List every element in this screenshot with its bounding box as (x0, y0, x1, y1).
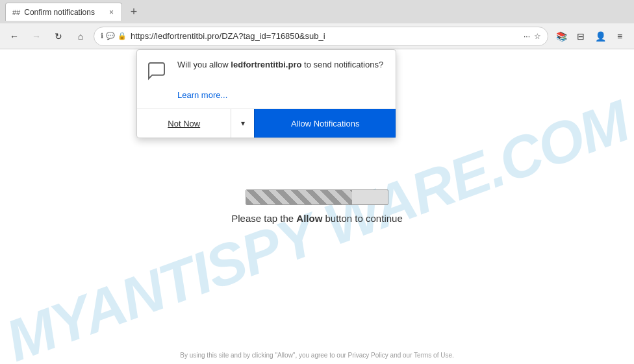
tab-favicon: ## (12, 8, 20, 16)
browser-chrome: ## Confirm notifications × + ← → ↻ ⌂ ℹ 💬… (0, 0, 634, 50)
chat-icon: 💬 (106, 32, 115, 40)
forward-button[interactable]: → (27, 27, 45, 45)
page-instruction: Please tap the Allow button to continue (231, 213, 403, 224)
more-menu-button[interactable]: ≡ (611, 27, 629, 45)
not-now-section: Not Now ▾ (137, 109, 254, 138)
instruction-prefix: Please tap the (231, 213, 296, 224)
popup-learn-more: Learn more... (137, 89, 396, 108)
instruction-suffix: button to continue (322, 213, 402, 224)
lock-icon: 🔒 (118, 32, 127, 40)
reload-button[interactable]: ↻ (49, 27, 68, 45)
learn-more-link[interactable]: Learn more... (177, 90, 227, 100)
progress-bar-fill (246, 190, 353, 204)
nav-bar: ← → ↻ ⌂ ℹ 💬 🔒 https://ledfortrentitbi.pr… (0, 23, 634, 49)
allow-notifications-button[interactable]: Allow Notifications (254, 109, 396, 138)
address-bar-icons: ℹ 💬 🔒 (101, 32, 127, 40)
address-bar[interactable]: ℹ 💬 🔒 https://ledfortrentitbi.pro/DZA?ta… (94, 27, 548, 46)
tab-close-button[interactable]: × (108, 6, 115, 18)
bookmark-icon[interactable]: ☆ (534, 32, 541, 41)
notification-popup: Will you allow ledfortrentitbi.pro to se… (136, 49, 396, 138)
more-icon[interactable]: ··· (524, 32, 530, 41)
popup-domain: ledfortrentitbi.pro (231, 60, 301, 69)
tab-title: Confirm notifications (24, 8, 95, 17)
watermark-text: MYANTISPY WARE.COM (0, 99, 634, 364)
footer-text: By using this site and by clicking "Allo… (180, 352, 454, 359)
info-icon: ℹ (101, 32, 103, 40)
tab-bar: ## Confirm notifications × + (0, 0, 634, 23)
not-now-dropdown-button[interactable]: ▾ (231, 109, 254, 138)
url-text[interactable]: https://ledfortrentitbi.pro/DZA?tag_id=7… (131, 31, 520, 41)
account-button[interactable]: 👤 (591, 27, 609, 45)
watermark: MYANTISPY WARE.COM (0, 99, 634, 364)
new-tab-button[interactable]: + (125, 3, 143, 21)
home-button[interactable]: ⌂ (71, 27, 90, 45)
message-suffix: to send notifications? (301, 60, 383, 69)
not-now-button[interactable]: Not Now (137, 109, 231, 138)
active-tab[interactable]: ## Confirm notifications × (5, 3, 122, 21)
popup-buttons: Not Now ▾ Allow Notifications (137, 108, 396, 138)
message-prefix: Will you allow (177, 60, 231, 69)
progress-bar-wrapper (246, 189, 388, 205)
progress-container: Please tap the Allow button to continue (231, 189, 403, 224)
popup-header: Will you allow ledfortrentitbi.pro to se… (137, 50, 396, 89)
sidebar-button[interactable]: ⊟ (572, 27, 590, 45)
page-footer: By using this site and by clicking "Allo… (0, 352, 634, 359)
nav-right-buttons: 📚 ⊟ 👤 ≡ (552, 27, 629, 45)
instruction-bold: Allow (296, 213, 322, 224)
library-button[interactable]: 📚 (552, 27, 570, 45)
notification-icon (146, 60, 170, 84)
popup-message: Will you allow ledfortrentitbi.pro to se… (177, 59, 383, 71)
back-button[interactable]: ← (5, 27, 23, 45)
